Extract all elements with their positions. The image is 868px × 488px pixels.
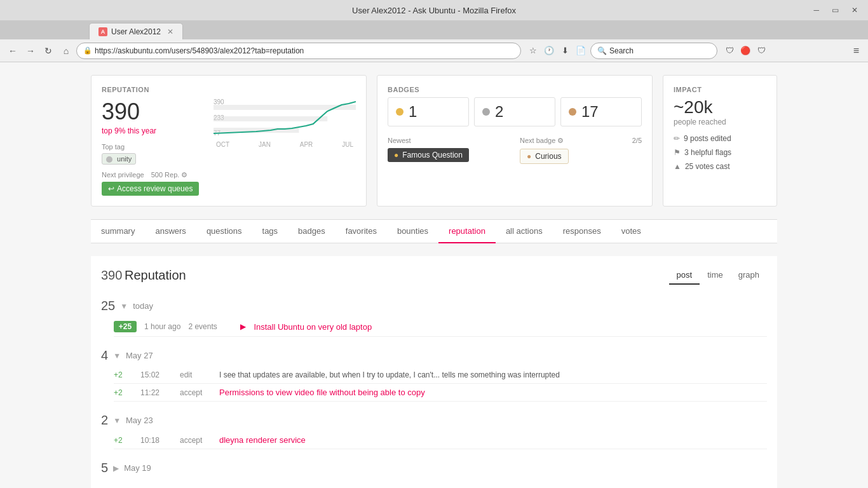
maximize-button[interactable]: ▭ (828, 4, 843, 16)
bronze-count-num: 17 (581, 103, 599, 121)
minimize-button[interactable]: ─ (810, 4, 823, 16)
addon-icon-1[interactable]: 🛡 (722, 44, 736, 58)
tab-bounties[interactable]: bounties (387, 220, 438, 243)
search-bar[interactable]: 🔍 Search (590, 43, 717, 59)
reputation-header: 390 Reputation post time graph (101, 266, 767, 285)
bronze-badge-count: 17 (560, 97, 642, 126)
top-tag-name: unity (117, 155, 132, 163)
badges-bottom: Newest ● Famous Question Next badge ⚙ 2/… (388, 137, 642, 164)
gold-count-num: 1 (409, 103, 417, 121)
download-icon[interactable]: ⬇ (558, 44, 572, 58)
table-row: +2 11:22 accept Permissions to view vide… (114, 384, 767, 402)
tab-summary[interactable]: summary (91, 220, 145, 243)
impact-card-label: IMPACT (674, 86, 766, 93)
url-bar[interactable]: 🔒 https://askubuntu.com/users/548903/ale… (76, 43, 521, 59)
reputation-card-label: REPUTATION (102, 86, 356, 93)
rep-time: 1 hour ago (144, 322, 180, 331)
day-arrow: ▼ (120, 302, 128, 311)
day-arrow: ▼ (113, 416, 121, 425)
day-header-today: 25 ▼ today (101, 295, 767, 317)
top-tag-badge[interactable]: unity (102, 153, 136, 165)
home-button[interactable]: ⌂ (58, 43, 74, 58)
chart-svg (214, 98, 356, 137)
silver-badge-count: 2 (474, 97, 555, 126)
bronze-dot (569, 108, 576, 116)
newest-badge-name: Famous Question (402, 151, 463, 159)
day-entries-may27: +2 15:02 edit I see that updates are ava… (114, 367, 767, 402)
rep-type: edit (180, 370, 212, 379)
chart-x-labels: OCT JAN APR JUL (214, 141, 356, 148)
tab-bar: A User Alex2012 ✕ (0, 20, 868, 39)
tab-questions[interactable]: questions (196, 220, 252, 243)
next-badge-bronze-dot: ● (527, 152, 531, 161)
title-bar: User Alex2012 - Ask Ubuntu - Mozilla Fir… (0, 0, 868, 20)
silver-count-num: 2 (495, 103, 503, 121)
tab-tags[interactable]: tags (252, 220, 288, 243)
view-tab-post[interactable]: post (669, 266, 700, 285)
close-button[interactable]: ✕ (848, 4, 862, 16)
addon-icon-2[interactable]: 🔴 (738, 44, 752, 58)
next-badge-item: ● Curious (520, 149, 569, 164)
newest-badge-label: Newest (388, 137, 510, 144)
reader-icon[interactable]: 📄 (574, 44, 588, 58)
day-total: 4 (101, 348, 108, 363)
browser-tab[interactable]: A User Alex2012 ✕ (89, 23, 183, 39)
tab-responses[interactable]: responses (553, 220, 611, 243)
tab-close-icon[interactable]: ✕ (167, 27, 173, 36)
tab-badges[interactable]: badges (288, 220, 336, 243)
bookmark-icon[interactable]: ☆ (526, 44, 540, 58)
day-date: May 19 (124, 463, 151, 473)
access-review-queues-button[interactable]: ↩ Access review queues (102, 182, 199, 196)
page-title: User Alex2012 - Ask Ubuntu - Mozilla Fir… (352, 6, 516, 15)
reload-button[interactable]: ↻ (41, 43, 56, 58)
table-row: +25 1 hour ago 2 events ▶ Install Ubuntu… (114, 317, 767, 337)
search-icon: 🔍 (597, 46, 607, 55)
rep-header-number: 390 (101, 268, 122, 282)
rep-link[interactable]: Permissions to view video file without b… (219, 388, 425, 397)
impact-people-reached: people reached (674, 118, 766, 126)
next-privilege-label: Next privilege 500 Rep. ⚙ (102, 171, 203, 179)
lock-icon: 🔒 (83, 46, 92, 55)
flag-icon: ⚑ (674, 148, 681, 157)
reputation-rank: top 9% this year (102, 126, 203, 135)
badges-card-label: BADGES (388, 86, 642, 93)
day-group-today: 25 ▼ today +25 1 hour ago 2 events ▶ Ins… (101, 295, 767, 337)
day-group-may19: 5 ▶ May 19 (101, 457, 767, 479)
impact-helpful-flags: ⚑ 3 helpful flags (674, 148, 766, 157)
rep-delta: +2 (114, 388, 133, 397)
back-button[interactable]: ← (5, 43, 20, 58)
addon-icon-3[interactable]: 🛡 (754, 44, 768, 58)
search-placeholder: Search (609, 46, 634, 55)
rep-link[interactable]: dleyna renderer service (219, 435, 306, 445)
rep-link[interactable]: Install Ubuntu on very old laptop (254, 322, 372, 332)
rep-delta: +2 (114, 370, 133, 379)
browser-menu-button[interactable]: ≡ (850, 45, 863, 57)
next-badge-settings-icon[interactable]: ⚙ (557, 137, 564, 144)
rep-arrow: ▶ (240, 322, 246, 331)
privilege-settings-icon[interactable]: ⚙ (181, 171, 187, 179)
tab-votes[interactable]: votes (611, 220, 651, 243)
day-header-may19: 5 ▶ May 19 (101, 457, 767, 479)
svg-rect-1 (214, 116, 327, 121)
table-row: +2 15:02 edit I see that updates are ava… (114, 367, 767, 384)
profile-tabs: summary answers questions tags badges fa… (91, 219, 777, 243)
url-text: https://askubuntu.com/users/548903/alex2… (95, 46, 304, 55)
day-header-may23: 2 ▼ May 23 (101, 409, 767, 431)
view-tab-graph[interactable]: graph (731, 266, 767, 285)
view-tab-time[interactable]: time (700, 266, 731, 285)
review-icon: ↩ (108, 184, 114, 193)
tab-favorites[interactable]: favorites (336, 220, 387, 243)
tab-answers[interactable]: answers (145, 220, 196, 243)
reputation-value: 390 (102, 98, 203, 125)
page-content: REPUTATION 390 top 9% this year Top tag … (0, 62, 868, 488)
rep-time: 15:02 (140, 370, 172, 379)
newest-badge-item: ● Famous Question (388, 148, 469, 162)
history-icon[interactable]: 🕐 (542, 44, 556, 58)
rep-header-text: Reputation (125, 268, 186, 282)
reputation-chart: 390 233 77 (214, 98, 356, 149)
forward-button[interactable]: → (23, 43, 38, 58)
day-total: 5 (101, 461, 108, 475)
day-arrow: ▶ (113, 464, 119, 473)
tab-reputation[interactable]: reputation (438, 220, 496, 243)
tab-all-actions[interactable]: all actions (496, 220, 553, 243)
